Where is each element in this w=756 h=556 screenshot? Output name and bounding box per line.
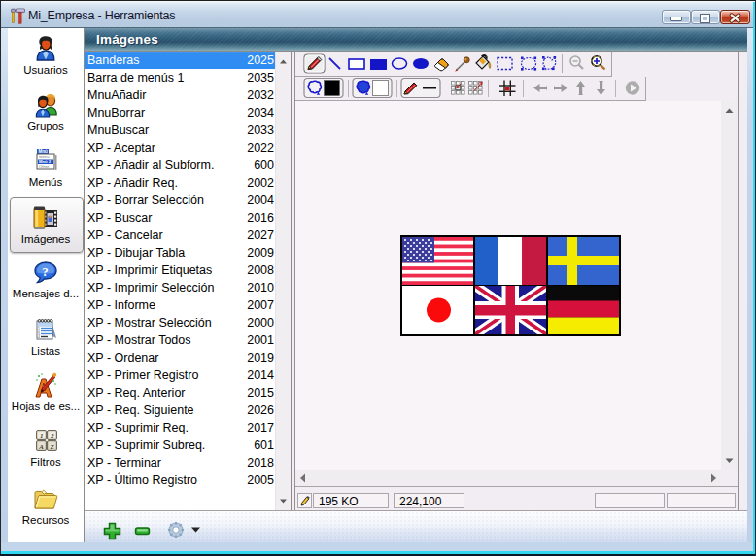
- svg-text:Z: Z: [49, 443, 54, 451]
- svg-text:4: 4: [38, 335, 40, 339]
- svg-text:Mnú: Mnú: [39, 149, 48, 154]
- svg-text:1: 1: [40, 433, 44, 440]
- svg-text:A: A: [38, 443, 44, 451]
- svg-text:2: 2: [50, 433, 54, 440]
- svg-text:?: ?: [42, 264, 49, 279]
- svg-text:Other: Other: [39, 164, 50, 169]
